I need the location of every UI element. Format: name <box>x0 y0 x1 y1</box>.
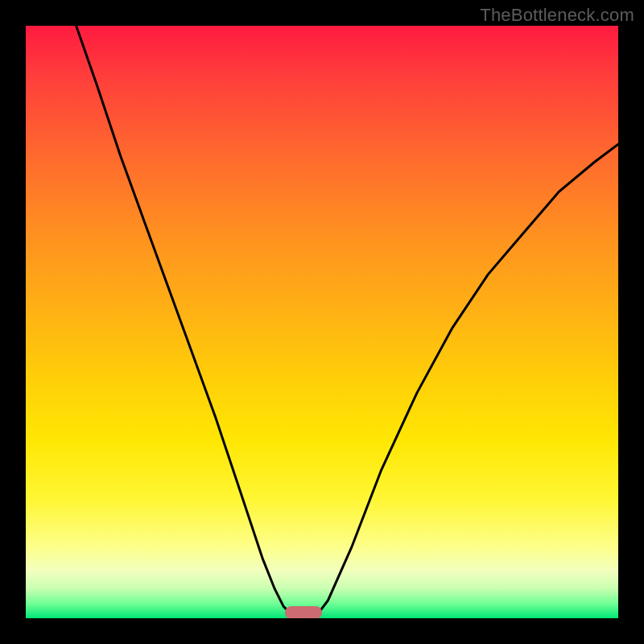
curve-right <box>319 144 618 612</box>
curve-left <box>76 26 290 613</box>
plot-area <box>26 26 618 618</box>
bottleneck-curves <box>26 26 618 618</box>
bottleneck-marker <box>285 606 322 618</box>
chart-frame: TheBottleneck.com <box>0 0 644 644</box>
watermark-text: TheBottleneck.com <box>480 5 634 26</box>
